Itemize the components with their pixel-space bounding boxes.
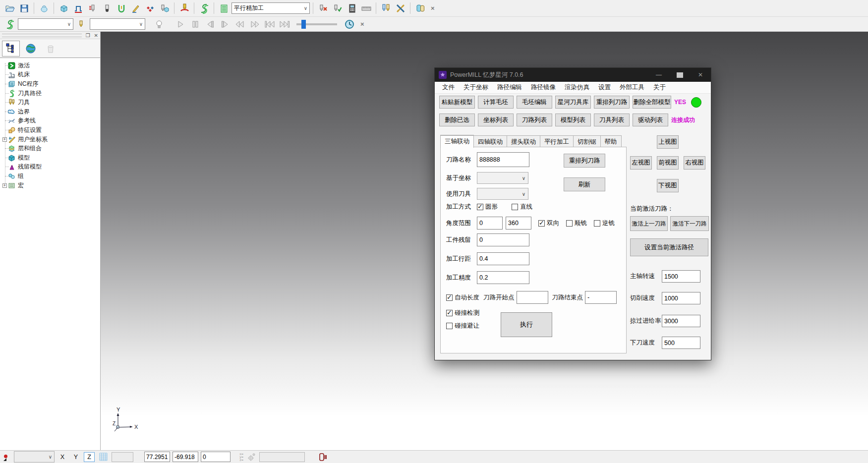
spindle-speed-input[interactable] xyxy=(662,270,700,283)
fast-forward-icon[interactable] xyxy=(248,18,261,31)
tree-item-models[interactable]: 模型 xyxy=(0,153,100,163)
drive-list-button[interactable]: 驱动列表 xyxy=(633,114,668,126)
clock-icon[interactable] xyxy=(343,18,356,31)
toolpath-valid-icon[interactable] xyxy=(331,2,344,15)
tab-parallel[interactable]: 平行加工 xyxy=(540,135,574,148)
menu-path-edit[interactable]: 路径编辑 xyxy=(493,83,526,92)
angle-to-input[interactable] xyxy=(506,217,531,230)
tree-item-macros[interactable]: + 宏 xyxy=(0,181,100,190)
conventional-mill-checkbox[interactable] xyxy=(594,220,600,227)
strategy-combobox[interactable]: 平行精加工 ∨ xyxy=(231,2,310,14)
tab-4axis[interactable]: 四轴联动 xyxy=(473,135,507,148)
grid-size-field[interactable] xyxy=(112,452,133,462)
graphics-viewport[interactable]: Y X Z PowerMILL 忆梦星河 7.0.6 — ✕ 文件 关于坐标 路… xyxy=(101,32,868,450)
panel-close-icon[interactable]: ✕ xyxy=(92,33,100,38)
menu-file[interactable]: 文件 xyxy=(438,83,459,92)
tree-item-stock-models[interactable]: 残留模型 xyxy=(0,163,100,172)
set-active-path-button[interactable]: 设置当前激活路径 xyxy=(630,238,708,256)
plunge-speed-input[interactable] xyxy=(662,337,700,349)
create-block-icon[interactable] xyxy=(57,2,70,15)
tolerance-input[interactable] xyxy=(477,271,529,284)
collision-check-checkbox[interactable] xyxy=(446,310,453,316)
activate-prev-toolpath-button[interactable]: 激活上一刀路 xyxy=(630,216,668,231)
toolpath-list-button[interactable]: 刀路列表 xyxy=(517,114,552,126)
axis-z-button[interactable]: Z xyxy=(84,452,95,462)
menu-path-mirror[interactable]: 路径镜像 xyxy=(526,83,560,92)
menu-external-tools[interactable]: 外部工具 xyxy=(615,83,649,92)
open-file-icon[interactable] xyxy=(3,2,16,15)
web-view-icon[interactable] xyxy=(22,41,40,57)
view-front-button[interactable]: 前视图 xyxy=(657,156,679,170)
tree-item-patterns[interactable]: 参考线 xyxy=(0,116,100,126)
lightbulb-icon[interactable] xyxy=(152,18,166,31)
dialog-titlebar[interactable]: PowerMILL 忆梦星河 7.0.6 — ✕ xyxy=(435,68,711,82)
tree-view-icon[interactable] xyxy=(2,41,20,57)
end-point-input[interactable] xyxy=(585,291,617,304)
go-to-end-icon[interactable] xyxy=(278,18,291,31)
cutting-speed-input[interactable] xyxy=(662,292,700,304)
view-right-button[interactable]: 右视图 xyxy=(684,156,705,170)
panel-grip[interactable]: ❐ ✕ xyxy=(0,32,100,39)
model-list-button[interactable]: 模型列表 xyxy=(555,114,591,126)
tree-item-groups[interactable]: 组 xyxy=(0,172,100,181)
play-icon[interactable] xyxy=(174,18,187,31)
tree-item-nc-programs[interactable]: NC程序 xyxy=(0,79,100,89)
tool-list-button[interactable]: 刀具列表 xyxy=(594,114,630,126)
axis-x-button[interactable]: X xyxy=(57,452,68,462)
collision-u-icon[interactable] xyxy=(115,2,128,15)
tree-item-activate[interactable]: 激活 xyxy=(0,61,100,70)
tab-3axis[interactable]: 三轴联动 xyxy=(440,135,474,148)
rearrange-toolpaths-button[interactable]: 重排列刀路 xyxy=(594,96,630,109)
create-stock-icon[interactable] xyxy=(37,2,51,15)
expand-icon[interactable]: + xyxy=(2,183,7,188)
delete-all-models-button[interactable]: 删除全部模型 xyxy=(633,96,671,109)
view-top-button[interactable]: 上视图 xyxy=(657,135,679,149)
linear-checkbox[interactable] xyxy=(512,204,518,210)
collision-avoid-checkbox[interactable] xyxy=(446,323,453,329)
climb-mill-checkbox[interactable] xyxy=(566,220,573,227)
expand-icon[interactable]: + xyxy=(2,137,7,142)
tree-item-feature-sets[interactable]: 特征设置 xyxy=(0,125,100,135)
recycle-bin-icon[interactable] xyxy=(42,41,59,57)
rewind-icon[interactable] xyxy=(233,18,246,31)
rearrange-button[interactable]: 重排列刀路 xyxy=(564,154,605,168)
activate-next-toolpath-button[interactable]: 激活下一刀路 xyxy=(670,216,709,231)
speed-slider[interactable] xyxy=(296,23,337,25)
pause-icon[interactable] xyxy=(188,18,202,31)
start-point-input[interactable] xyxy=(517,291,548,304)
tree-item-toolpaths[interactable]: 刀具路径 xyxy=(0,89,100,98)
drafting-icon[interactable] xyxy=(129,2,142,15)
panel-restore-icon[interactable]: ❐ xyxy=(84,33,92,38)
view-left-button[interactable]: 左视图 xyxy=(630,156,652,170)
device-pause-icon[interactable] xyxy=(317,451,329,463)
skim-feed-input[interactable] xyxy=(662,315,700,327)
tab-saw[interactable]: 切割锯 xyxy=(573,135,601,148)
paste-new-model-button[interactable]: 粘贴新模型 xyxy=(439,96,475,109)
points-icon[interactable] xyxy=(143,2,157,15)
minimize-button[interactable]: — xyxy=(648,68,669,82)
ball-tool-icon[interactable] xyxy=(100,2,114,15)
coord-list-button[interactable]: 坐标列表 xyxy=(478,114,514,126)
refresh-button[interactable]: 刷新 xyxy=(564,177,605,191)
tree-item-levels-sets[interactable]: 层和组合 xyxy=(0,144,100,153)
save-icon[interactable] xyxy=(17,2,31,15)
close-button[interactable]: ✕ xyxy=(690,68,711,82)
toolpath-name-input[interactable] xyxy=(477,152,529,167)
axis-y-button[interactable]: Y xyxy=(70,452,81,462)
grid-snap-icon[interactable] xyxy=(97,452,109,463)
maximize-button[interactable] xyxy=(669,68,690,82)
collision-check-icon[interactable] xyxy=(177,2,191,15)
tool-library-button[interactable]: 星河刀具库 xyxy=(555,96,591,109)
tool-combobox[interactable]: ∨ xyxy=(90,18,145,30)
delete-selected-button[interactable]: 删除已选 xyxy=(439,114,475,126)
stock-remain-input[interactable] xyxy=(477,233,529,246)
go-to-start-icon[interactable] xyxy=(263,18,276,31)
ruler-icon[interactable] xyxy=(359,2,373,15)
statusbar-combobox[interactable]: ∨ xyxy=(14,451,55,463)
toolbar2-close-icon[interactable]: × xyxy=(357,20,367,28)
view-bottom-button[interactable]: 下视图 xyxy=(657,179,679,192)
circular-checkbox[interactable] xyxy=(477,204,483,210)
execute-button[interactable]: 执行 xyxy=(501,312,552,337)
toolpath-invalid-icon[interactable] xyxy=(316,2,330,15)
tree-item-workplanes[interactable]: + 用户坐标系 xyxy=(0,135,100,144)
